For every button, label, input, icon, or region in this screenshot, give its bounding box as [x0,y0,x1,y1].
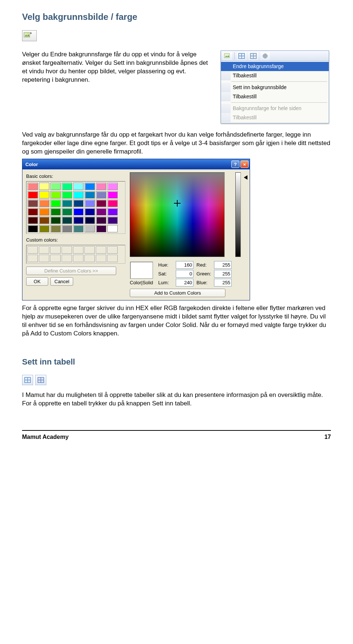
color-swatch[interactable] [107,191,118,198]
color-swatch[interactable] [50,208,61,215]
menu-item-tilbakestill-1[interactable]: Tilbakestill [221,71,329,80]
lum-field[interactable] [176,279,193,287]
cancel-button[interactable]: Cancel [50,277,73,286]
toolbar-globe-icon[interactable] [260,52,270,60]
color-swatch[interactable] [107,217,118,224]
color-swatch[interactable] [50,191,61,198]
color-swatch[interactable] [39,208,49,215]
custom-color-swatch[interactable] [28,246,38,254]
menu-item-endre-bakgrunnsfarge[interactable]: Endre bakgrunnsfarge [221,62,329,71]
toolbar-grid2-icon[interactable] [249,52,258,60]
color-swatch[interactable] [107,208,118,215]
sub-section-title: Sett inn tabell [22,356,331,367]
dialog-title: Color [25,161,38,168]
color-swatch[interactable] [39,200,49,207]
custom-color-swatch[interactable] [73,246,83,254]
color-swatch[interactable] [85,191,95,198]
custom-color-swatch[interactable] [39,246,49,254]
color-swatch[interactable] [73,208,83,215]
paragraph-2: Ved valg av bakgrunnsfarge får du opp et… [22,131,331,156]
color-swatch[interactable] [28,183,38,190]
color-swatch[interactable] [96,183,106,190]
color-swatch[interactable] [62,217,72,224]
custom-color-swatch[interactable] [85,255,95,262]
custom-color-swatch[interactable] [28,255,38,262]
luminosity-bar[interactable] [235,172,241,257]
toolbar-image-icon[interactable] [222,52,232,60]
custom-color-swatch[interactable] [107,246,118,254]
color-swatch[interactable] [96,200,106,207]
color-swatch[interactable] [28,200,38,207]
color-swatch[interactable] [39,225,49,232]
color-swatch[interactable] [73,225,83,232]
help-button[interactable]: ? [231,161,239,168]
color-swatch[interactable] [73,183,83,190]
color-swatch[interactable] [96,191,106,198]
hue-field[interactable] [176,261,193,269]
sat-field[interactable] [176,270,193,278]
close-button[interactable]: × [240,161,249,168]
red-field[interactable] [214,261,232,269]
menu-item-sett-inn-bakgrunnsbilde[interactable]: Sett inn bakgrunnsbilde [221,83,329,92]
color-swatch[interactable] [85,225,95,232]
color-swatch[interactable] [85,208,95,215]
lum-label: Lum: [158,279,174,286]
color-swatch[interactable] [62,200,72,207]
color-swatch[interactable] [50,183,61,190]
gradient-crosshair[interactable] [174,200,181,207]
color-swatch[interactable] [96,217,106,224]
color-swatch[interactable] [28,208,38,215]
color-swatch[interactable] [62,225,72,232]
custom-color-swatch[interactable] [85,246,95,254]
color-swatch[interactable] [28,191,38,198]
custom-color-swatch[interactable] [73,255,83,262]
custom-color-swatch[interactable] [50,246,61,254]
color-swatch[interactable] [73,200,83,207]
color-swatch[interactable] [73,217,83,224]
custom-color-swatch[interactable] [96,255,106,262]
custom-color-swatch[interactable] [62,255,72,262]
color-swatch[interactable] [50,200,61,207]
color-swatch[interactable] [39,183,49,190]
insert-table-icon-2[interactable] [35,375,46,385]
color-swatch[interactable] [107,200,118,207]
color-swatch[interactable] [28,225,38,232]
color-swatch[interactable] [62,191,72,198]
color-swatch[interactable] [62,208,72,215]
basic-colors-grid[interactable] [26,181,125,234]
color-swatch[interactable] [107,183,118,190]
color-swatch[interactable] [50,217,61,224]
color-swatch[interactable] [107,225,118,232]
custom-color-swatch[interactable] [62,246,72,254]
sat-label: Sat: [158,271,174,277]
color-swatch[interactable] [85,183,95,190]
color-swatch[interactable] [73,191,83,198]
toolbar-grid1-icon[interactable] [237,52,246,60]
hue-label: Hue: [158,262,174,268]
color-swatch[interactable] [28,217,38,224]
blue-field[interactable] [214,279,232,287]
add-to-custom-colors-button[interactable]: Add to Custom Colors [130,289,225,297]
color-swatch[interactable] [39,191,49,198]
color-swatch[interactable] [96,208,106,215]
dialog-titlebar: Color ? × [22,159,250,169]
custom-color-swatch[interactable] [96,246,106,254]
color-swatch[interactable] [85,217,95,224]
color-swatch[interactable] [96,225,106,232]
bg-picker-icon [22,30,37,41]
color-swatch[interactable] [85,200,95,207]
luminosity-slider[interactable] [244,175,247,180]
custom-colors-grid[interactable] [26,245,125,264]
color-gradient[interactable] [130,172,225,257]
custom-color-swatch[interactable] [107,255,118,262]
menu-item-tilbakestill-2[interactable]: Tilbakestill [221,92,329,101]
color-swatch[interactable] [39,217,49,224]
ok-button[interactable]: OK [26,277,48,286]
color-swatch[interactable] [50,225,61,232]
green-field[interactable] [214,270,232,278]
color-swatch[interactable] [62,183,72,190]
insert-table-icon-1[interactable] [22,375,33,385]
custom-color-swatch[interactable] [50,255,61,262]
menu-item-tilbakestill-3: Tilbakestill [221,113,329,122]
custom-color-swatch[interactable] [39,255,49,262]
